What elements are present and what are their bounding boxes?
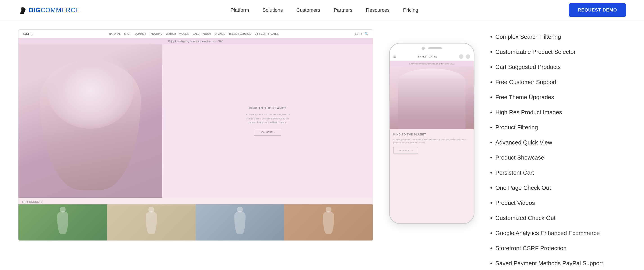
header: BIGCOMMERCE Platform Solutions Customers… [0, 0, 644, 20]
feature-product-videos: Product Videos [490, 195, 626, 210]
phone-nav-icons [459, 54, 470, 59]
feature-cart-suggested: Cart Suggested Products [490, 60, 626, 75]
desktop-nav-women: WOMEN [180, 33, 189, 35]
phone-nav-cart-icon [466, 54, 470, 59]
phone-top [390, 44, 474, 52]
feature-product-showcase: Product Showcase [490, 150, 626, 165]
phone-nav-logo: STYLE IGNITE [418, 55, 437, 58]
hero-body: At Style Ignite Studio we are delighted … [245, 113, 290, 125]
phone-model-shape [398, 69, 465, 129]
nav-item-platform[interactable]: Platform [230, 7, 249, 13]
request-demo-button[interactable]: REQUEST DEMO [569, 3, 626, 17]
person-silhouette-4 [323, 211, 334, 234]
product-thumb-2 [107, 204, 196, 240]
product-thumb-3-inner [196, 204, 284, 240]
features-list: Complex Search Filtering Customizable Pr… [490, 29, 626, 270]
product-thumb-2-inner [107, 204, 196, 240]
feature-persistent-cart: Persistent Cart [490, 165, 626, 180]
feature-one-page-checkout: One Page Check Out [490, 180, 626, 195]
desktop-screenshot-column: IGNITE NATURAL SHOP SUMMER TAILORING WIN… [18, 29, 373, 270]
features-column: Complex Search Filtering Customizable Pr… [490, 29, 626, 270]
phone-banner: Enjoy free shipping in Ireland on orders… [390, 61, 474, 66]
bigcommerce-logo-icon [18, 5, 28, 15]
product-thumbnails [18, 204, 373, 240]
phone-nav: ☰ STYLE IGNITE [390, 52, 474, 61]
person-silhouette-3 [234, 211, 246, 234]
desktop-nav-brands: BRANDS [215, 33, 225, 35]
phone-nav-user-icon [459, 54, 464, 59]
desktop-hero: KIND TO THE PLANET At Style Ignite Studi… [18, 44, 373, 198]
phone-camera [422, 47, 425, 50]
nav-item-partners[interactable]: Partners [334, 7, 352, 13]
model-figure [18, 44, 162, 198]
feature-storefront-csrf: Storefront CSRF Protection [490, 241, 626, 256]
feature-complex-search: Complex Search Filtering [490, 29, 626, 44]
nav-item-customers[interactable]: Customers [296, 7, 320, 13]
desktop-mockup: IGNITE NATURAL SHOP SUMMER TAILORING WIN… [18, 29, 373, 241]
hero-title: KIND TO THE PLANET [245, 106, 290, 110]
desktop-nav-natural: NATURAL [109, 33, 120, 35]
phone-content: ☰ STYLE IGNITE Enjoy free shipping in Ir… [390, 52, 474, 223]
product-thumb-3 [196, 204, 284, 240]
nav-item-resources[interactable]: Resources [366, 7, 390, 13]
feature-product-filtering: Product Filtering [490, 120, 626, 135]
main-nav: Platform Solutions Customers Partners Re… [230, 7, 418, 13]
phone-model-figure [390, 66, 474, 129]
hero-text-box: KIND TO THE PLANET At Style Ignite Studi… [245, 106, 290, 125]
desktop-nav-gift: GIFT CERTIFICATES [254, 33, 278, 35]
desktop-nav-tailoring: TAILORING [149, 33, 162, 35]
logo-area: BIGCOMMERCE [18, 5, 80, 15]
desktop-nav-search-icon: 🔍 [364, 32, 368, 36]
phone-mockup: ☰ STYLE IGNITE Enjoy free shipping in Ir… [389, 43, 474, 224]
main-content: IGNITE NATURAL SHOP SUMMER TAILORING WIN… [0, 20, 644, 270]
feature-high-res-images: High Res Product Images [490, 105, 626, 120]
phone-hero-body: At Style Ignite Studio we are delighted … [393, 138, 470, 145]
nav-item-pricing[interactable]: Pricing [403, 7, 418, 13]
feature-customized-checkout: Customized Check Out [490, 210, 626, 226]
phone-cta-button[interactable]: SHOW MORE → [393, 147, 418, 154]
phone-hero-image [390, 66, 474, 129]
nav-item-solutions[interactable]: Solutions [262, 7, 283, 13]
logo-text: BIGCOMMERCE [29, 7, 80, 14]
feature-google-analytics: Google Analytics Enhanced Ecommerce [490, 226, 626, 241]
product-thumb-1-inner [18, 204, 107, 240]
desktop-nav-shop: SHOP [124, 33, 131, 35]
desktop-nav-sale: SALE [193, 33, 199, 35]
desktop-nav-actions: EUR ▾ 🔍 [355, 32, 368, 36]
desktop-nav-about: ABOUT [202, 33, 211, 35]
phone-hero-text: KIND TO THE PLANET At Style Ignite Studi… [390, 129, 474, 157]
desktop-nav-winter: WINTER [166, 33, 176, 35]
desktop-nav-logo: IGNITE [23, 32, 32, 36]
phone-nav-hamburger: ☰ [393, 55, 396, 58]
person-silhouette-1 [57, 211, 68, 234]
product-thumb-1 [18, 204, 107, 240]
phone-hero-title: KIND TO THE PLANET [393, 133, 470, 136]
desktop-banner: Enjoy free shipping in Ireland on orders… [18, 38, 373, 44]
desktop-nav-links: NATURAL SHOP SUMMER TAILORING WINTER WOM… [109, 33, 278, 35]
product-thumb-4-inner [284, 204, 373, 240]
products-section-label: IED PRODUCTS [18, 198, 373, 204]
feature-saved-payment: Saved Payment Methods PayPal Support [490, 256, 626, 270]
person-silhouette-2 [146, 211, 157, 234]
phone-speaker [428, 47, 442, 49]
desktop-mockup-nav: IGNITE NATURAL SHOP SUMMER TAILORING WIN… [18, 30, 373, 38]
phone-column: ☰ STYLE IGNITE Enjoy free shipping in Ir… [387, 29, 477, 270]
feature-free-support: Free Customer Support [490, 75, 626, 90]
feature-free-upgrades: Free Theme Upgrades [490, 90, 626, 105]
desktop-hero-image [18, 44, 162, 198]
desktop-nav-theme-features: THEME FEATURES [229, 33, 251, 35]
feature-advanced-quick-view: Advanced Quick View [490, 135, 626, 150]
desktop-hero-content: KIND TO THE PLANET At Style Ignite Studi… [162, 44, 373, 198]
desktop-nav-currency: EUR ▾ [355, 33, 362, 35]
desktop-nav-summer: SUMMER [135, 33, 146, 35]
product-thumb-4 [284, 204, 373, 240]
hero-cta-button[interactable]: HOW MORE → [254, 129, 281, 136]
feature-customizable-product: Customizable Product Selector [490, 44, 626, 60]
